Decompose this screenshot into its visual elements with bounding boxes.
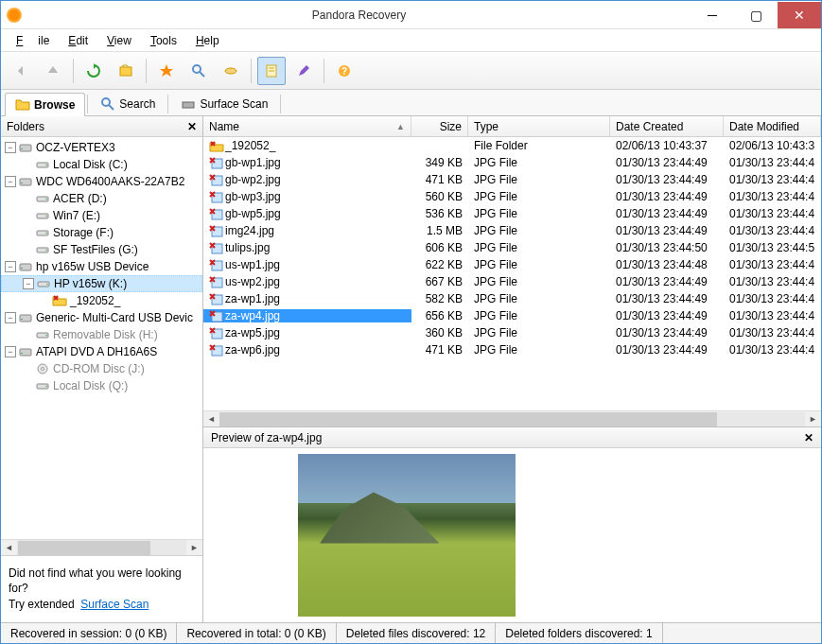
menu-edit[interactable]: Edit [61,32,96,49]
tree-node[interactable]: SF TestFiles (G:) [1,241,202,258]
file-row[interactable]: za-wp4.jpg656 KBJPG File01/30/13 23:44:4… [203,307,821,324]
edit-tool-button[interactable] [289,57,318,85]
tree-expand-icon[interactable]: − [5,346,16,357]
file-size: 471 KB [411,343,468,357]
file-list[interactable]: _192052_File Folder02/06/13 10:43:3702/0… [203,137,821,410]
file-row[interactable]: gb-wp1.jpg349 KBJPG File01/30/13 23:44:4… [203,154,821,171]
file-size: 606 KB [411,241,468,254]
file-name: gb-wp2.jpg [225,173,281,186]
view-tabs: Browse Search Surface Scan [1,90,821,116]
preview-image [298,454,516,617]
file-row[interactable]: za-wp5.jpg360 KBJPG File01/30/13 23:44:4… [203,324,821,341]
file-created: 01/30/13 23:44:49 [610,156,724,169]
window-title: Pandora Recovery [27,9,691,22]
delimg-icon [209,343,222,357]
svg-rect-16 [20,179,31,185]
tree-node[interactable]: −WDC WD6400AAKS-22A7B2 [1,173,202,190]
tree-expand-icon[interactable]: − [5,261,16,272]
nav-up-button[interactable] [39,57,67,85]
col-size[interactable]: Size [411,116,468,136]
file-size: 656 KB [411,309,468,322]
col-modified[interactable]: Date Modified [724,116,821,136]
file-row[interactable]: gb-wp3.jpg560 KBJPG File01/30/13 23:44:4… [203,188,821,205]
menu-help[interactable]: Help [188,32,227,49]
sidebar-close-button[interactable]: ✕ [187,120,197,133]
file-row[interactable]: gb-wp2.jpg471 KBJPG File01/30/13 23:44:4… [203,171,821,188]
refresh-button[interactable] [79,57,108,85]
file-type: JPG File [468,309,610,322]
sidebar-hscrollbar[interactable]: ◄► [1,539,202,555]
surface-scan-link[interactable]: Surface Scan [80,598,149,611]
drive-icon [35,208,50,223]
svg-point-33 [45,335,47,337]
tree-expand-icon[interactable]: − [5,176,16,187]
app-icon [7,8,22,23]
tree-node[interactable]: Removable Disk (H:) [1,326,202,343]
tree-node[interactable]: ACER (D:) [1,190,202,207]
tree-node[interactable]: −HP v165w (K:) [1,275,202,292]
file-row[interactable]: us-wp1.jpg622 KBJPG File01/30/13 23:44:4… [203,256,821,273]
preview-title: Preview of za-wp4.jpg [211,431,322,444]
file-row[interactable]: _192052_File Folder02/06/13 10:43:3702/0… [203,137,821,154]
file-row[interactable]: za-wp6.jpg471 KBJPG File01/30/13 23:44:4… [203,341,821,358]
tree-node[interactable]: −ATAPI DVD A DH16A6S [1,343,202,360]
svg-point-9 [102,98,110,106]
file-list-hscrollbar[interactable]: ◄► [203,410,821,426]
wizard-button[interactable] [152,57,181,85]
minimize-button[interactable]: ─ [691,2,734,28]
file-modified: 01/30/13 23:44:4 [724,343,821,357]
tree-expand-icon[interactable]: − [5,142,16,153]
delimg-icon [209,156,222,169]
file-modified: 01/30/13 23:44:4 [724,292,821,305]
col-type[interactable]: Type [468,116,610,136]
col-created[interactable]: Date Created [610,116,724,136]
menu-tools[interactable]: Tools [143,32,184,49]
folder-tree[interactable]: −OCZ-VERTEX3Local Disk (C:)−WDC WD6400AA… [1,137,202,539]
svg-point-37 [42,368,44,371]
tree-node[interactable]: Local Disk (Q:) [1,377,202,394]
maximize-button[interactable]: ▢ [734,2,778,28]
file-created: 01/30/13 23:44:49 [610,292,724,305]
file-row[interactable]: tulips.jpg606 KBJPG File01/30/13 23:44:5… [203,239,821,256]
sidebar-hint: Did not find what you were looking for? … [1,555,202,622]
recover-button[interactable] [112,57,140,85]
help-button[interactable]: ? [330,57,359,85]
file-row[interactable]: gb-wp5.jpg536 KBJPG File01/30/13 23:44:4… [203,205,821,222]
tree-node[interactable]: CD-ROM Disc (J:) [1,360,202,377]
tab-search[interactable]: Search [90,92,166,115]
file-row[interactable]: img24.jpg1.5 MBJPG File01/30/13 23:44:49… [203,222,821,239]
tree-node[interactable]: _192052_ [1,292,202,309]
tree-node[interactable]: Win7 (E:) [1,207,202,224]
tree-node[interactable]: Storage (F:) [1,224,202,241]
file-created: 01/30/13 23:44:48 [610,258,724,271]
tree-expand-icon[interactable]: − [5,312,16,323]
svg-rect-11 [183,102,194,108]
file-row[interactable]: us-wp2.jpg667 KBJPG File01/30/13 23:44:4… [203,273,821,290]
tree-label: ATAPI DVD A DH16A6S [36,345,157,358]
file-created: 01/30/13 23:44:49 [610,224,724,237]
preview-close-button[interactable]: ✕ [804,431,813,444]
drive-icon [35,157,50,172]
close-button[interactable]: ✕ [778,2,821,28]
tree-node[interactable]: −hp v165w USB Device [1,258,202,275]
file-modified: 01/30/13 23:44:4 [724,207,821,220]
tab-surface-scan[interactable]: Surface Scan [170,92,278,115]
menu-view[interactable]: View [99,32,139,49]
tab-browse[interactable]: Browse [5,93,85,116]
file-modified: 01/30/13 23:44:4 [724,309,821,322]
nav-back-button[interactable] [7,57,35,85]
menu-file[interactable]: File [9,32,57,49]
tree-node[interactable]: −OCZ-VERTEX3 [1,139,202,156]
tree-label: Storage (F:) [53,226,114,239]
disk-tool-button[interactable] [217,57,245,85]
notes-button[interactable] [257,57,286,85]
search-tool-button[interactable] [184,57,213,85]
col-name[interactable]: Name▲ [203,116,411,136]
file-row[interactable]: za-wp1.jpg582 KBJPG File01/30/13 23:44:4… [203,290,821,307]
toolbar: ? [1,52,821,90]
titlebar[interactable]: Pandora Recovery ─ ▢ ✕ [1,1,821,29]
svg-point-3 [225,68,236,74]
tree-node[interactable]: −Generic- Multi-Card USB Devic [1,309,202,326]
tree-expand-icon[interactable]: − [23,278,34,289]
tree-node[interactable]: Local Disk (C:) [1,156,202,173]
